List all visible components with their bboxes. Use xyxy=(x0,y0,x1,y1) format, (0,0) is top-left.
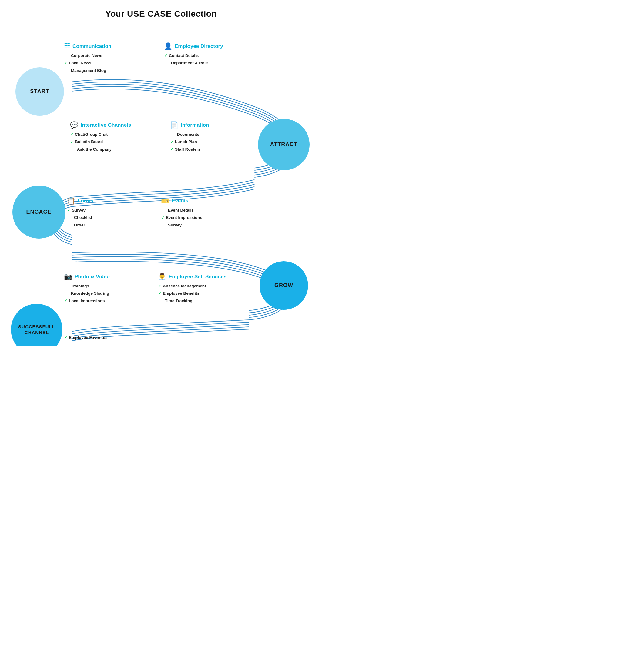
section-bottom: ✓Employee Favorites xyxy=(64,334,137,341)
section-communication: ☷ Communication Corporate News ✓Local Ne… xyxy=(64,43,131,74)
circle-successful: SUCCESSFULLCHANNEL xyxy=(11,304,62,346)
events-icon: 🎫 xyxy=(161,197,169,204)
section-photo-video: 📷 Photo & Video Trainings Knowledge Shar… xyxy=(64,273,128,304)
list-item: ✓Employee Benefits xyxy=(158,290,231,297)
list-item: Checklist xyxy=(67,214,128,221)
interactive-channels-icon: 💬 xyxy=(70,122,78,129)
list-item: ✓Staff Rosters xyxy=(170,146,231,153)
ess-icon: 👨‍💼 xyxy=(158,273,166,280)
circle-grow: GROW xyxy=(260,261,308,310)
communication-items: Corporate News ✓Local News Management Bl… xyxy=(64,52,131,74)
employee-directory-items: ✓Contact Details Department & Role xyxy=(164,52,234,67)
section-events: 🎫 Events Event Details ✓Event Impression… xyxy=(161,197,228,229)
forms-items: ✓Survey Checklist Order xyxy=(67,207,128,229)
communication-title: ☷ Communication xyxy=(64,43,131,50)
circle-start: START xyxy=(15,67,64,116)
list-item: Survey xyxy=(161,221,228,229)
list-item: ✓Employee Favorites xyxy=(64,334,137,341)
list-item: Time Tracking xyxy=(158,297,231,304)
ess-title: 👨‍💼 Employee Self Services xyxy=(158,273,231,280)
list-item: ✓Contact Details xyxy=(164,52,234,59)
list-item: Ask the Company xyxy=(70,146,143,153)
list-item: ✓Lunch Plan xyxy=(170,138,231,145)
section-information: 📄 Information Documents ✓Lunch Plan ✓Sta… xyxy=(170,122,231,153)
section-employee-directory: 👤 Employee Directory ✓Contact Details De… xyxy=(164,43,234,67)
list-item: Documents xyxy=(170,131,231,138)
list-item: ✓Event Impressions xyxy=(161,214,228,221)
ess-items: ✓Absence Management ✓Employee Benefits T… xyxy=(158,283,231,304)
list-item: Event Details xyxy=(161,207,228,214)
photo-video-items: Trainings Knowledge Sharing ✓Local Impre… xyxy=(64,283,128,304)
photo-video-title: 📷 Photo & Video xyxy=(64,273,128,280)
employee-directory-title: 👤 Employee Directory xyxy=(164,43,234,50)
forms-icon: 📋 xyxy=(67,197,75,204)
list-item: ✓Chat/Group Chat xyxy=(70,131,143,138)
events-items: Event Details ✓Event Impressions Survey xyxy=(161,207,228,229)
information-items: Documents ✓Lunch Plan ✓Staff Rosters xyxy=(170,131,231,153)
communication-icon: ☷ xyxy=(64,43,70,50)
information-icon: 📄 xyxy=(170,122,178,129)
circle-engage: ENGAGE xyxy=(12,185,65,239)
list-item: ✓Absence Management xyxy=(158,283,231,290)
list-item: Department & Role xyxy=(164,59,234,67)
interactive-channels-title: 💬 Interactive Channels xyxy=(70,122,143,129)
circle-attract: ATTRACT xyxy=(258,119,310,170)
interactive-channels-items: ✓Chat/Group Chat ✓Bulletin Board Ask the… xyxy=(70,131,143,153)
list-item: Knowledge Sharing xyxy=(64,290,128,297)
bottom-items: ✓Employee Favorites xyxy=(64,334,137,341)
section-ess: 👨‍💼 Employee Self Services ✓Absence Mana… xyxy=(158,273,231,304)
employee-directory-icon: 👤 xyxy=(164,43,172,50)
list-item: Management Blog xyxy=(64,67,131,74)
list-item: ✓Local Impressions xyxy=(64,297,128,304)
page-title: Your USE CASE Collection xyxy=(0,9,322,19)
photo-video-icon: 📷 xyxy=(64,273,72,280)
forms-title: 📋 Forms xyxy=(67,197,128,204)
section-forms: 📋 Forms ✓Survey Checklist Order xyxy=(67,197,128,229)
list-item: Order xyxy=(67,221,128,229)
list-item: ✓Bulletin Board xyxy=(70,138,143,145)
list-item: Trainings xyxy=(64,283,128,290)
diagram-container: START ATTRACT ENGAGE GROW SUCCESSFULLCHA… xyxy=(9,25,313,346)
section-interactive-channels: 💬 Interactive Channels ✓Chat/Group Chat … xyxy=(70,122,143,153)
information-title: 📄 Information xyxy=(170,122,231,129)
list-item: Corporate News xyxy=(64,52,131,59)
list-item: ✓Survey xyxy=(67,207,128,214)
list-item: ✓Local News xyxy=(64,59,131,67)
events-title: 🎫 Events xyxy=(161,197,228,204)
